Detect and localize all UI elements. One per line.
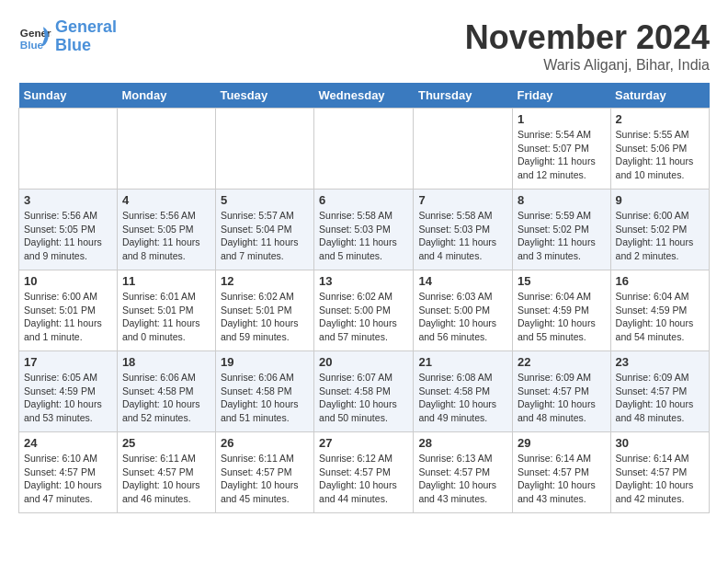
month-title: November 2024 (465, 18, 710, 57)
page-header: General Blue General Blue November 2024 … (18, 18, 710, 74)
day-info: Sunrise: 6:13 AM Sunset: 4:57 PM Dayligh… (418, 452, 507, 506)
weekday-header-friday: Friday (513, 83, 611, 109)
day-number: 25 (122, 436, 210, 450)
day-number: 29 (518, 436, 606, 450)
weekday-header-tuesday: Tuesday (215, 83, 313, 109)
logo-text: General Blue (55, 18, 117, 55)
day-number: 12 (221, 274, 309, 288)
svg-text:Blue: Blue (20, 38, 44, 50)
day-number: 14 (418, 274, 507, 288)
day-info: Sunrise: 5:57 AM Sunset: 5:04 PM Dayligh… (221, 209, 309, 263)
calendar-cell (314, 109, 414, 190)
day-info: Sunrise: 6:08 AM Sunset: 4:58 PM Dayligh… (418, 371, 507, 425)
day-info: Sunrise: 6:12 AM Sunset: 4:57 PM Dayligh… (319, 452, 408, 506)
calendar-cell: 19Sunrise: 6:06 AM Sunset: 4:58 PM Dayli… (215, 351, 313, 432)
day-info: Sunrise: 6:04 AM Sunset: 4:59 PM Dayligh… (518, 290, 606, 344)
day-info: Sunrise: 6:14 AM Sunset: 4:57 PM Dayligh… (616, 452, 704, 506)
day-info: Sunrise: 6:06 AM Sunset: 4:58 PM Dayligh… (221, 371, 309, 425)
calendar-week-3: 10Sunrise: 6:00 AM Sunset: 5:01 PM Dayli… (19, 270, 710, 351)
calendar-cell: 30Sunrise: 6:14 AM Sunset: 4:57 PM Dayli… (610, 432, 709, 513)
day-number: 3 (24, 193, 112, 207)
day-info: Sunrise: 6:10 AM Sunset: 4:57 PM Dayligh… (24, 452, 112, 506)
day-info: Sunrise: 6:01 AM Sunset: 5:01 PM Dayligh… (122, 290, 210, 344)
day-info: Sunrise: 6:14 AM Sunset: 4:57 PM Dayligh… (518, 452, 606, 506)
title-block: November 2024 Waris Aliganj, Bihar, Indi… (465, 18, 710, 74)
calendar-week-1: 1Sunrise: 5:54 AM Sunset: 5:07 PM Daylig… (19, 109, 710, 190)
day-info: Sunrise: 5:59 AM Sunset: 5:02 PM Dayligh… (518, 209, 606, 263)
calendar-cell: 12Sunrise: 6:02 AM Sunset: 5:01 PM Dayli… (215, 270, 313, 351)
day-number: 10 (24, 274, 112, 288)
day-info: Sunrise: 5:56 AM Sunset: 5:05 PM Dayligh… (24, 209, 112, 263)
weekday-header-sunday: Sunday (19, 83, 118, 109)
day-info: Sunrise: 6:09 AM Sunset: 4:57 PM Dayligh… (518, 371, 606, 425)
day-number: 30 (616, 436, 704, 450)
day-info: Sunrise: 6:02 AM Sunset: 5:01 PM Dayligh… (221, 290, 309, 344)
day-info: Sunrise: 5:55 AM Sunset: 5:06 PM Dayligh… (616, 128, 704, 182)
day-info: Sunrise: 6:07 AM Sunset: 4:58 PM Dayligh… (319, 371, 408, 425)
day-number: 7 (418, 193, 507, 207)
day-info: Sunrise: 5:58 AM Sunset: 5:03 PM Dayligh… (319, 209, 408, 263)
calendar-week-5: 24Sunrise: 6:10 AM Sunset: 4:57 PM Dayli… (19, 432, 710, 513)
day-number: 22 (518, 355, 606, 369)
calendar-cell: 10Sunrise: 6:00 AM Sunset: 5:01 PM Dayli… (19, 270, 118, 351)
calendar-cell: 2Sunrise: 5:55 AM Sunset: 5:06 PM Daylig… (610, 109, 709, 190)
calendar-body: 1Sunrise: 5:54 AM Sunset: 5:07 PM Daylig… (19, 109, 710, 513)
day-number: 6 (319, 193, 408, 207)
calendar-cell: 6Sunrise: 5:58 AM Sunset: 5:03 PM Daylig… (314, 190, 414, 270)
day-info: Sunrise: 6:11 AM Sunset: 4:57 PM Dayligh… (221, 452, 309, 506)
calendar-cell: 14Sunrise: 6:03 AM Sunset: 5:00 PM Dayli… (414, 270, 513, 351)
day-number: 4 (122, 193, 210, 207)
calendar-week-2: 3Sunrise: 5:56 AM Sunset: 5:05 PM Daylig… (19, 190, 710, 270)
day-number: 27 (319, 436, 408, 450)
logo-icon: General Blue (18, 20, 51, 53)
weekday-header-monday: Monday (117, 83, 215, 109)
day-info: Sunrise: 6:00 AM Sunset: 5:02 PM Dayligh… (616, 209, 704, 263)
calendar-cell: 4Sunrise: 5:56 AM Sunset: 5:05 PM Daylig… (117, 190, 215, 270)
calendar-cell: 13Sunrise: 6:02 AM Sunset: 5:00 PM Dayli… (314, 270, 414, 351)
calendar-cell: 9Sunrise: 6:00 AM Sunset: 5:02 PM Daylig… (610, 190, 709, 270)
calendar-cell (19, 109, 118, 190)
day-number: 2 (616, 112, 704, 126)
calendar-cell: 3Sunrise: 5:56 AM Sunset: 5:05 PM Daylig… (19, 190, 118, 270)
day-number: 5 (221, 193, 309, 207)
calendar-cell: 16Sunrise: 6:04 AM Sunset: 4:59 PM Dayli… (610, 270, 709, 351)
calendar-cell: 5Sunrise: 5:57 AM Sunset: 5:04 PM Daylig… (215, 190, 313, 270)
weekday-header-wednesday: Wednesday (314, 83, 414, 109)
calendar-cell: 21Sunrise: 6:08 AM Sunset: 4:58 PM Dayli… (414, 351, 513, 432)
calendar-cell: 28Sunrise: 6:13 AM Sunset: 4:57 PM Dayli… (414, 432, 513, 513)
calendar-cell: 22Sunrise: 6:09 AM Sunset: 4:57 PM Dayli… (513, 351, 611, 432)
day-number: 23 (616, 355, 704, 369)
day-number: 9 (616, 193, 704, 207)
day-info: Sunrise: 5:58 AM Sunset: 5:03 PM Dayligh… (418, 209, 507, 263)
day-number: 15 (518, 274, 606, 288)
calendar-cell: 11Sunrise: 6:01 AM Sunset: 5:01 PM Dayli… (117, 270, 215, 351)
location: Waris Aliganj, Bihar, India (465, 57, 710, 74)
day-number: 21 (418, 355, 507, 369)
calendar-cell: 26Sunrise: 6:11 AM Sunset: 4:57 PM Dayli… (215, 432, 313, 513)
day-number: 8 (518, 193, 606, 207)
day-number: 24 (24, 436, 112, 450)
day-info: Sunrise: 6:03 AM Sunset: 5:00 PM Dayligh… (418, 290, 507, 344)
day-number: 1 (518, 112, 606, 126)
day-number: 26 (221, 436, 309, 450)
calendar-cell: 20Sunrise: 6:07 AM Sunset: 4:58 PM Dayli… (314, 351, 414, 432)
weekday-header-saturday: Saturday (610, 83, 709, 109)
calendar-cell (117, 109, 215, 190)
day-info: Sunrise: 6:04 AM Sunset: 4:59 PM Dayligh… (616, 290, 704, 344)
day-info: Sunrise: 6:09 AM Sunset: 4:57 PM Dayligh… (616, 371, 704, 425)
day-info: Sunrise: 5:54 AM Sunset: 5:07 PM Dayligh… (518, 128, 606, 182)
calendar-cell: 15Sunrise: 6:04 AM Sunset: 4:59 PM Dayli… (513, 270, 611, 351)
day-info: Sunrise: 6:00 AM Sunset: 5:01 PM Dayligh… (24, 290, 112, 344)
day-number: 20 (319, 355, 408, 369)
calendar-cell: 29Sunrise: 6:14 AM Sunset: 4:57 PM Dayli… (513, 432, 611, 513)
day-number: 13 (319, 274, 408, 288)
calendar-cell: 23Sunrise: 6:09 AM Sunset: 4:57 PM Dayli… (610, 351, 709, 432)
calendar-cell: 17Sunrise: 6:05 AM Sunset: 4:59 PM Dayli… (19, 351, 118, 432)
day-info: Sunrise: 5:56 AM Sunset: 5:05 PM Dayligh… (122, 209, 210, 263)
calendar-cell: 18Sunrise: 6:06 AM Sunset: 4:58 PM Dayli… (117, 351, 215, 432)
day-number: 16 (616, 274, 704, 288)
day-number: 19 (221, 355, 309, 369)
day-info: Sunrise: 6:11 AM Sunset: 4:57 PM Dayligh… (122, 452, 210, 506)
calendar-cell: 8Sunrise: 5:59 AM Sunset: 5:02 PM Daylig… (513, 190, 611, 270)
calendar-cell: 25Sunrise: 6:11 AM Sunset: 4:57 PM Dayli… (117, 432, 215, 513)
